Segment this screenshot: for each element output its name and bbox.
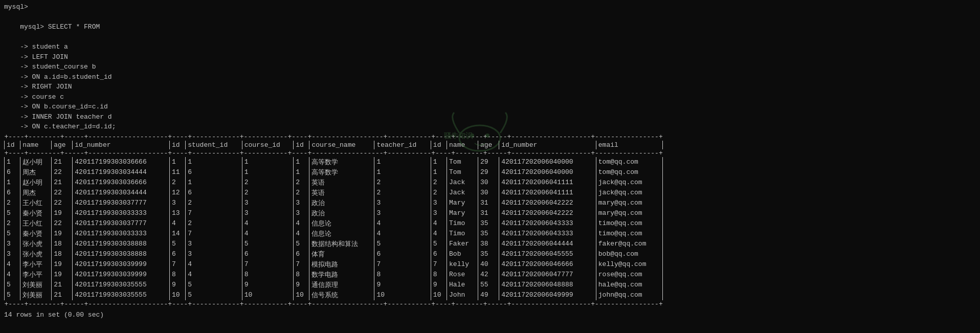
table-cell: 40 (478, 259, 499, 270)
table-row: 3 张小虎 18 420117199303038888 6 3 6 6 体育 6… (5, 249, 663, 259)
table-cell: 7 (186, 229, 242, 239)
table-header-cell: name (447, 141, 478, 149)
table-cell: 英语 (309, 188, 374, 198)
table-cell: 38 (478, 239, 499, 249)
empty-line (4, 321, 976, 332)
table-cell: 420117199303039999 (73, 259, 170, 270)
table-cell: 1 (5, 177, 20, 188)
table-cell: 6 (5, 188, 20, 198)
table-cell: 1 (374, 167, 431, 177)
table-cell: 11 (169, 167, 185, 177)
sql-line: -> LEFT JOIN (4, 52, 976, 62)
table-cell: 12 (169, 188, 185, 198)
table-cell: 6 (294, 249, 309, 259)
table-cell: 2 (5, 218, 20, 229)
table-cell: 42 (478, 270, 499, 280)
table-header-cell: age (478, 141, 499, 149)
table-cell: 14 (169, 229, 185, 239)
table-cell: 周杰 (20, 167, 52, 177)
table-cell: Tom (447, 167, 478, 177)
sql-query: mysql> SELECT * FROM (4, 12, 976, 42)
table-cell: 8 (294, 270, 309, 280)
table-cell: 21 (52, 290, 73, 300)
table-cell: 3 (5, 249, 20, 259)
table-cell: john@qq.com (596, 290, 662, 300)
table-cell: 10 (431, 290, 447, 300)
table-row: 5 秦小贤 19 420117199303033333 13 7 3 3 政治 … (5, 208, 663, 218)
table-header-cell: email (596, 141, 662, 149)
table-cell: mary@qq.com (596, 198, 662, 208)
table-cell: Rose (447, 270, 478, 280)
table-cell: tom@qq.com (596, 157, 662, 167)
table-header-cell: id_number (73, 141, 170, 149)
table-cell: 9 (169, 280, 185, 290)
table-cell: Timo (447, 229, 478, 239)
table-cell: 420117202006040000 (499, 167, 596, 177)
table-cell: 1 (186, 157, 242, 167)
table-cell: 数据结构和算法 (309, 239, 374, 249)
table-cell: 420117199303035555 (73, 290, 170, 300)
table-cell: jack@qq.com (596, 188, 662, 198)
table-cell: 2 (169, 177, 185, 188)
table-cell: 8 (169, 270, 185, 280)
table-cell: 2 (242, 177, 294, 188)
table-cell: 4 (431, 218, 447, 229)
table-cell: 刘美丽 (20, 280, 52, 290)
table-row: 1 赵小明 21 420117199303036666 2 1 2 2 英语 2… (5, 177, 663, 188)
table-cell: 10 (242, 290, 294, 300)
result-table: +----+--------+-----+-------------------… (4, 133, 663, 308)
terminal: 骚牛知识 mysql> mysql> SELECT * FROM -> stud… (0, 0, 980, 333)
table-cell: 22 (52, 188, 73, 198)
table-cell: 4 (294, 218, 309, 229)
table-header-cell: age (52, 141, 73, 149)
table-cell: hale@qq.com (596, 280, 662, 290)
table-cell: 420117199303033333 (73, 229, 170, 239)
table-cell: 7 (431, 259, 447, 270)
table-cell: 420117202006046666 (499, 259, 596, 270)
table-cell: rose@qq.com (596, 270, 662, 280)
table-cell: 2 (242, 188, 294, 198)
table-cell: kelly@qq.com (596, 259, 662, 270)
table-cell: Timo (447, 218, 478, 229)
sql-line: -> RIGHT JOIN (4, 82, 976, 92)
table-cell: 29 (478, 167, 499, 177)
table-cell: 5 (186, 290, 242, 300)
result-table-container: +----+--------+-----+-------------------… (4, 133, 976, 308)
table-cell: 18 (52, 239, 73, 249)
table-header-cell: course_name (309, 141, 374, 149)
table-cell: 3 (374, 208, 431, 218)
table-header-cell: id (5, 141, 20, 149)
table-cell: 1 (374, 157, 431, 167)
table-cell: 1 (242, 157, 294, 167)
table-cell: 420117202006043333 (499, 218, 596, 229)
table-cell: 4 (186, 270, 242, 280)
table-separator-mid: +----+--------+-----+-------------------… (5, 149, 663, 157)
table-header-cell: course_id (242, 141, 294, 149)
table-cell: 3 (169, 198, 185, 208)
table-cell: 35 (478, 218, 499, 229)
table-cell: 30 (478, 188, 499, 198)
table-header-cell: id_number (499, 141, 596, 149)
table-cell: 2 (431, 177, 447, 188)
table-cell: 王小红 (20, 198, 52, 208)
table-cell: 420117202006041111 (499, 188, 596, 198)
table-cell: 10 (294, 290, 309, 300)
table-cell: 3 (5, 239, 20, 249)
sql-lines: -> student a -> LEFT JOIN -> student_cou… (4, 42, 976, 132)
table-cell: 李小平 (20, 259, 52, 270)
table-cell: 李小平 (20, 270, 52, 280)
table-cell: 5 (431, 239, 447, 249)
table-cell: 信号系统 (309, 290, 374, 300)
table-cell: 9 (431, 280, 447, 290)
sql-line: -> ON a.id=b.student_id (4, 72, 976, 82)
table-cell: 9 (294, 280, 309, 290)
table-header-cell: id (431, 141, 447, 149)
table-cell: 420117199303039999 (73, 270, 170, 280)
table-cell: 8 (242, 270, 294, 280)
initial-prompt: mysql> (4, 2, 976, 12)
table-row: 1 赵小明 21 420117199303036666 1 1 1 1 高等数学… (5, 157, 663, 167)
table-cell: 55 (478, 280, 499, 290)
table-cell: 高等数学 (309, 157, 374, 167)
table-cell: 5 (374, 239, 431, 249)
table-cell: 1 (431, 157, 447, 167)
